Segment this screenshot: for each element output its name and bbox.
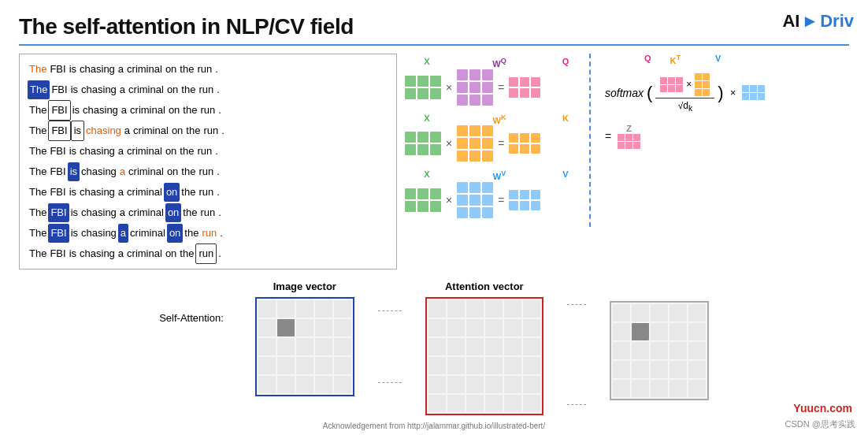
formula-v-matrix — [742, 85, 765, 100]
sentence-row-4: The FBI is chasing a criminal on the run… — [28, 121, 388, 141]
word-dot-1: . — [213, 59, 220, 80]
word-the-end-4: the — [184, 121, 202, 141]
connector-lines-2 — [567, 299, 586, 410]
watermark-yuucn: Yuucn.com — [793, 402, 852, 414]
main-content: The FBI is chasing a criminal on the run… — [19, 54, 849, 269]
word-run-4: run — [202, 121, 220, 141]
word-chasing-10: chasing — [78, 243, 117, 264]
word-criminal-9: criminal — [128, 223, 167, 243]
word-is-1: is — [68, 59, 78, 80]
word-fbi-2: FBI — [50, 80, 69, 100]
word-the-end-8: the — [181, 203, 198, 223]
sentence-row-3: The FBI is chasing a criminal on the run… — [28, 100, 388, 121]
formula-label-q: Q — [644, 54, 651, 65]
label-wq: WQ — [480, 57, 518, 69]
eq-2: = — [498, 137, 504, 150]
word-the-5: The — [28, 141, 48, 162]
word-dot-2: . — [215, 80, 221, 100]
word-on-5: on — [164, 141, 178, 162]
word-criminal-2: criminal — [127, 80, 165, 100]
word-fbi-7: FBI — [48, 182, 67, 203]
section-divider — [589, 54, 591, 227]
acknowledgement: Acknowledgement from http://jalammar.git… — [323, 422, 545, 430]
attention-vector-label: Attention vector — [425, 281, 543, 292]
sentence-row-8: The FBI is chasing a criminal on the run… — [28, 203, 388, 223]
word-the-end-2: the — [180, 80, 197, 100]
formula-eq: = — [605, 130, 611, 143]
word-criminal-4: criminal — [132, 121, 170, 141]
word-chasing-8: chasing — [80, 203, 118, 223]
logo-arrow-icon: ► — [801, 11, 818, 32]
word-a-3: a — [120, 100, 128, 121]
word-chasing-5: chasing — [78, 141, 117, 162]
word-is-7: is — [68, 182, 78, 203]
word-the-end-10: the — [178, 243, 195, 264]
logo-ai-text: AI — [782, 11, 799, 32]
word-chasing-1: chasing — [78, 59, 117, 80]
times-1: × — [446, 81, 452, 94]
connector-lines — [378, 299, 402, 394]
word-on-6: on — [165, 162, 180, 182]
page: AI ► Driv The self-attention in NLP/CV f… — [0, 0, 868, 446]
word-a-2: a — [118, 80, 127, 100]
word-fbi-6: FBI — [48, 162, 67, 182]
word-on-10: on — [164, 243, 178, 264]
word-the-6: The — [28, 162, 48, 182]
word-run-8: run — [198, 203, 217, 223]
matrix-x-k — [405, 132, 441, 155]
formula-z-matrix — [618, 134, 640, 149]
title-underline — [19, 44, 849, 46]
word-on-1: on — [164, 59, 178, 80]
word-a-7: a — [117, 182, 125, 203]
word-the-3: The — [28, 100, 48, 121]
matrix-wv — [457, 182, 493, 218]
word-chasing-9: chasing — [80, 223, 118, 243]
word-on-3: on — [167, 100, 181, 121]
word-the-end-3: the — [181, 100, 198, 121]
label-wv: WV — [480, 169, 518, 181]
formula-label-kt: KT — [670, 54, 681, 65]
softmax-text: softmax — [605, 87, 644, 99]
label-k: K — [553, 113, 578, 125]
word-run-9: run — [200, 223, 218, 243]
word-chasing-2: chasing — [80, 80, 118, 100]
sentence-box: The FBI is chasing a criminal on the run… — [19, 54, 397, 269]
bottom-row: Self-Attention: Image vector — [159, 281, 709, 415]
word-dot-8: . — [217, 203, 223, 223]
matrix-row-v: × = — [405, 182, 578, 218]
word-on-8: on — [165, 203, 181, 222]
word-fbi-4: FBI — [48, 121, 70, 141]
word-dot-10: . — [217, 243, 223, 264]
word-the-8: The — [28, 203, 48, 223]
word-chasing-4: chasing — [84, 121, 123, 141]
sentence-row-5: The FBI is chasing a criminal on the run… — [28, 141, 388, 162]
word-fbi-3: FBI — [48, 100, 70, 121]
word-dot-6: . — [215, 162, 221, 182]
word-a-10: a — [117, 243, 125, 264]
open-paren: ( — [647, 84, 652, 102]
word-is-2: is — [69, 80, 80, 100]
word-a-1: a — [117, 59, 125, 80]
matrix-section: X WQ Q × = — [405, 57, 578, 218]
word-the-end-5: the — [178, 141, 195, 162]
matrix-row-q: × = — [405, 69, 578, 106]
word-chasing-6: chasing — [80, 162, 118, 182]
word-criminal-10: criminal — [125, 243, 164, 264]
times-2: × — [446, 137, 452, 150]
word-fbi-10: FBI — [48, 243, 67, 264]
watermark-csdn: CSDN @思考实践 — [785, 418, 855, 430]
word-fbi-9: FBI — [48, 224, 69, 243]
matrix-wk — [457, 125, 493, 162]
word-a-6: a — [118, 162, 127, 182]
formula-label-v: V — [715, 54, 721, 65]
formula-sqrt-dk: √dk — [673, 98, 697, 114]
image-vector-label: Image vector — [255, 281, 354, 292]
sentence-row-7: The FBI is chasing a criminal on the run… — [28, 182, 388, 203]
word-a-9: a — [118, 224, 128, 243]
word-run-2: run — [197, 80, 215, 100]
matrix-wq — [457, 69, 493, 106]
word-is-10: is — [68, 243, 78, 264]
formula-result: = Z — [605, 124, 640, 149]
sentence-row-9: The FBI is chasing a criminal on the run… — [28, 223, 388, 243]
word-run-6: run — [197, 162, 215, 182]
